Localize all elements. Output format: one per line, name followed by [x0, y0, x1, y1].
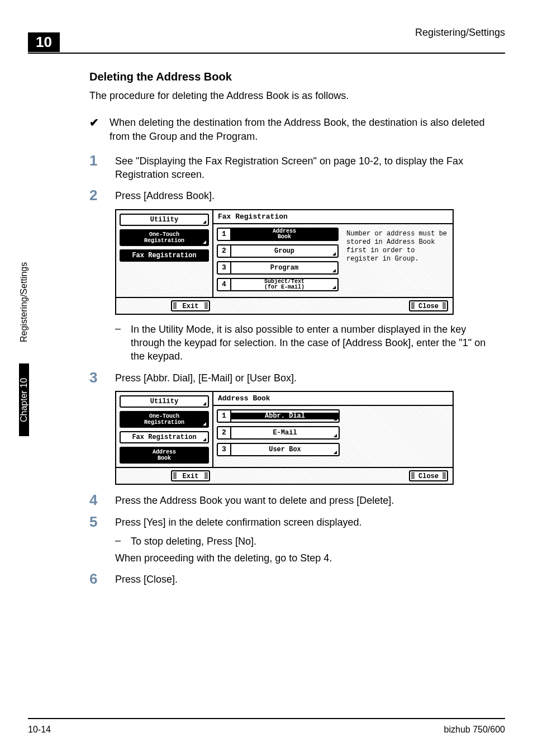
footer-page-number: 10-14	[28, 725, 51, 735]
step-3: 3 Press [Abbr. Dial], [E-Mail] or [User …	[89, 370, 492, 385]
header-chapter-number: 10	[28, 32, 60, 52]
option-user-box[interactable]: 3 User Box	[217, 443, 340, 456]
option-group[interactable]: 2 Group	[217, 244, 339, 258]
step-text: Press [Yes] in the delete confirmation s…	[115, 514, 362, 530]
close-button[interactable]: Close	[409, 470, 448, 481]
option-email[interactable]: 2 E-Mail	[217, 426, 340, 440]
header-rule	[28, 53, 505, 54]
tab-one-touch-registration[interactable]: One-Touch Registration	[120, 411, 209, 428]
option-number: 1	[218, 410, 231, 422]
step-number: 3	[89, 370, 115, 385]
option-label: Program	[231, 264, 337, 271]
side-tab-section: Registering/Settings	[19, 240, 29, 363]
exit-button[interactable]: Exit	[171, 470, 210, 481]
step-number: 4	[89, 493, 115, 508]
option-number: 2	[218, 427, 231, 438]
option-label: Subject/Text (for E-mail)	[231, 279, 337, 290]
option-number: 2	[218, 245, 231, 257]
step-number: 2	[89, 188, 115, 203]
close-button[interactable]: Close	[409, 300, 448, 311]
step-1: 1 See "Displaying the Fax Registration S…	[89, 153, 492, 182]
step-text: See "Displaying the Fax Registration Scr…	[115, 153, 492, 182]
step-text: Press [Close].	[115, 571, 178, 587]
step-6: 6 Press [Close].	[89, 571, 492, 587]
intro-paragraph: The procedure for deleting the Address B…	[89, 89, 492, 102]
step-text: Press the Address Book you want to delet…	[115, 493, 394, 508]
option-label: E-Mail	[231, 429, 339, 436]
step-5-subnote: – To stop deleting, Press [No].	[115, 535, 492, 548]
screen-address-book: Utility One-Touch Registration Fax Regis…	[115, 391, 454, 485]
exit-button[interactable]: Exit	[171, 300, 210, 311]
side-tab: Registering/Settings Chapter 10	[19, 240, 41, 442]
dash-icon: –	[115, 535, 131, 548]
tab-address-book[interactable]: Address Book	[120, 447, 209, 464]
step-4: 4 Press the Address Book you want to del…	[89, 493, 492, 508]
step-number: 1	[89, 153, 115, 182]
step-text: Press [Abbr. Dial], [E-Mail] or [User Bo…	[115, 370, 297, 385]
footer-rule	[28, 718, 505, 719]
step-number: 6	[89, 571, 115, 587]
tab-utility[interactable]: Utility	[120, 214, 209, 226]
check-icon: ✔	[89, 116, 110, 143]
side-tab-chapter: Chapter 10	[19, 363, 29, 436]
option-address-book[interactable]: 1 Address Book	[217, 228, 339, 241]
option-program[interactable]: 3 Program	[217, 261, 339, 275]
screen-title: Address Book	[213, 392, 453, 406]
option-label: User Box	[231, 446, 339, 453]
section-heading: Deleting the Address Book	[89, 70, 492, 83]
page-footer: 10-14 bizhub 750/600	[28, 718, 505, 735]
header-section-title: Registering/Settings	[415, 27, 505, 39]
step-number: 5	[89, 514, 115, 530]
dash-icon: –	[115, 323, 131, 363]
step-5-note: When proceeding with the deleting, go to…	[115, 551, 492, 565]
screen-fax-registration: Utility One-Touch Registration Fax Regis…	[115, 209, 454, 315]
subnote-text: In the Utility Mode, it is also possible…	[131, 323, 492, 363]
screen-message: Number or address must be stored in Addr…	[342, 224, 453, 297]
option-number: 1	[218, 229, 231, 240]
screen-title: Fax Registration	[213, 210, 453, 224]
footer-model: bizhub 750/600	[444, 725, 505, 735]
option-label: Group	[231, 248, 337, 254]
option-number: 3	[218, 444, 231, 455]
option-number: 3	[218, 262, 231, 273]
precondition-text: When deleting the destination from the A…	[110, 116, 492, 143]
option-label: Address Book	[231, 229, 337, 240]
subnote-text: To stop deleting, Press [No].	[131, 535, 256, 548]
tab-fax-registration[interactable]: Fax Registration	[120, 431, 209, 443]
step-2: 2 Press [Address Book].	[89, 188, 492, 203]
option-label: Abbr. Dial	[231, 413, 339, 419]
option-number: 4	[218, 279, 231, 290]
tab-utility[interactable]: Utility	[120, 395, 209, 408]
tab-one-touch-registration[interactable]: One-Touch Registration	[120, 229, 209, 246]
option-subject-text[interactable]: 4 Subject/Text (for E-mail)	[217, 278, 339, 291]
step-5: 5 Press [Yes] in the delete confirmation…	[89, 514, 492, 530]
step-2-subnote: – In the Utility Mode, it is also possib…	[115, 323, 492, 363]
step-text: Press [Address Book].	[115, 188, 215, 203]
option-abbr-dial[interactable]: 1 Abbr. Dial	[217, 409, 340, 423]
precondition-bullet: ✔ When deleting the destination from the…	[89, 116, 492, 143]
tab-fax-registration[interactable]: Fax Registration	[120, 249, 209, 262]
